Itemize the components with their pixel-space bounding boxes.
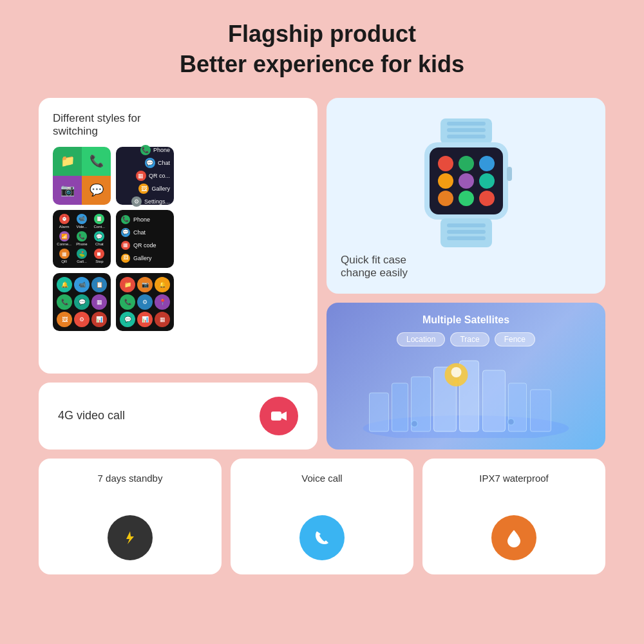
svg-rect-27 <box>483 370 506 431</box>
screen-small-circles: 📁 📷 🔔 📞 ⚙ 📍 💬 📊 ▦ <box>116 273 174 331</box>
video-call-icon <box>260 397 298 435</box>
screen-list-menu: 📞 Phone 💬 Chat ▦ QR code 🖼 <box>116 210 174 268</box>
svg-rect-19 <box>447 230 486 234</box>
svg-rect-3 <box>447 128 486 132</box>
header: Flagship product Better experience for k… <box>180 19 464 98</box>
svg-rect-18 <box>447 223 486 227</box>
screen-colorful: 📁 📞 📷 💬 <box>53 147 111 205</box>
satellite-tabs: Location Trace Fence <box>338 332 594 346</box>
tab-fence[interactable]: Fence <box>495 332 535 346</box>
tab-location[interactable]: Location <box>397 332 445 346</box>
card-standby: 7 days standby <box>39 459 222 574</box>
svg-rect-4 <box>447 135 486 138</box>
svg-point-31 <box>451 367 462 377</box>
svg-rect-20 <box>447 236 486 240</box>
bottom-row: 7 days standby Voice call IPX7 waterproo… <box>39 459 605 574</box>
svg-point-9 <box>479 156 495 171</box>
card-waterproof: IPX7 waterproof <box>422 459 605 574</box>
svg-point-14 <box>459 191 474 206</box>
card-styles: Different styles for switching 📁 📞 📷 💬 📞 <box>39 98 317 374</box>
waterproof-title: IPX7 waterproof <box>479 473 549 484</box>
svg-rect-22 <box>370 393 389 431</box>
phone-icon <box>299 515 345 560</box>
card-watch: Quick fit case change easily <box>327 98 605 294</box>
svg-point-33 <box>508 419 515 425</box>
svg-rect-2 <box>447 122 486 126</box>
card-satellites: Multiple Satellites Location Trace Fence <box>327 303 605 450</box>
screen-icon-labels: ⏰ Alarm 📹 Vide... 📋 Cont... 📶 <box>53 210 111 268</box>
svg-point-12 <box>479 173 495 189</box>
watch-image <box>341 112 591 254</box>
screen-dark-menu: 📞 Phone 💬 Chat ▦ QR co... 🖼 <box>116 147 174 205</box>
sat-title: Multiple Satellites <box>338 314 594 326</box>
standby-title: 7 days standby <box>98 473 163 484</box>
svg-rect-16 <box>507 167 512 181</box>
tab-trace[interactable]: Trace <box>450 332 489 346</box>
left-column: Different styles for switching 📁 📞 📷 💬 📞 <box>39 98 317 450</box>
svg-rect-23 <box>392 383 408 431</box>
video-call-label: 4G video call <box>58 409 125 422</box>
svg-rect-0 <box>271 412 281 421</box>
watch-screens: 📁 📞 📷 💬 📞 Phone 💬 Chat <box>53 147 303 331</box>
battery-icon <box>108 515 153 560</box>
svg-point-13 <box>438 191 453 206</box>
card-voice: Voice call <box>231 459 413 574</box>
svg-rect-29 <box>531 390 551 431</box>
watch-desc: Quick fit case change easily <box>341 254 591 279</box>
headline: Flagship product Better experience for k… <box>180 19 464 80</box>
city-svg <box>338 348 594 438</box>
voice-title: Voice call <box>301 473 342 484</box>
styles-title: Different styles for switching <box>53 112 303 138</box>
watch-svg <box>405 115 527 251</box>
svg-point-8 <box>459 156 474 171</box>
svg-point-7 <box>438 156 453 171</box>
svg-point-32 <box>412 421 418 427</box>
water-icon <box>491 515 536 560</box>
svg-point-15 <box>479 191 495 206</box>
city-illustration <box>338 354 594 438</box>
card-video-call: 4G video call <box>39 383 317 450</box>
svg-point-10 <box>438 173 453 189</box>
screen-color-circles: 🔔 📹 📋 📞 💬 ▦ 🖼 ⚙ 📊 <box>53 273 111 331</box>
svg-point-11 <box>459 173 474 189</box>
right-column: Quick fit case change easily Multiple Sa… <box>327 98 605 450</box>
